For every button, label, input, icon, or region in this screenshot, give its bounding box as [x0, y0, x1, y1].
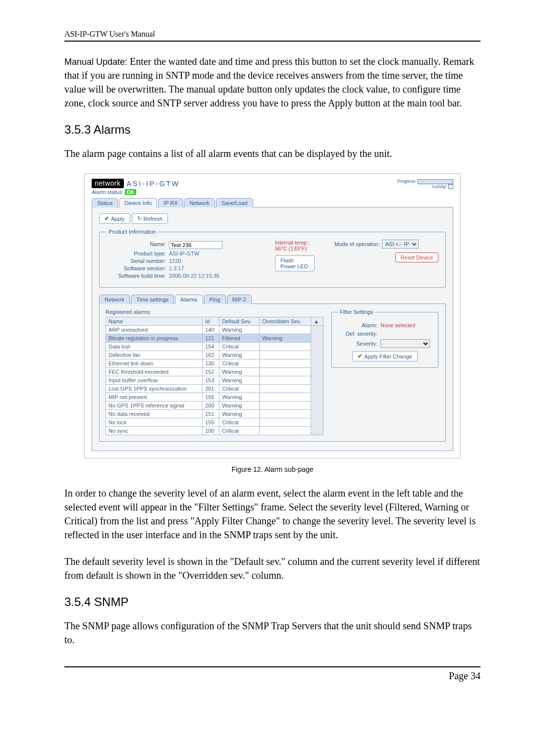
app-title: ASI-IP-GTW [127, 180, 180, 188]
apply-filter-change-button[interactable]: ✔ Apply Filter Change [352, 351, 418, 361]
table-row[interactable]: ARP unresolved140Warning [106, 326, 323, 334]
table-row[interactable]: Lost GPS 1PPS synchronization201Critical [106, 385, 323, 393]
alarms-intro: The alarm page contains a list of all al… [64, 147, 481, 160]
product-info-legend: Product Information [107, 229, 158, 235]
registered-alarms-label: Registered alarms: [106, 309, 323, 315]
filter-sev-select[interactable] [380, 339, 430, 348]
apply-button[interactable]: ✔ Apply [99, 213, 130, 224]
mode-select[interactable]: ASI <-- IP [382, 240, 419, 249]
apply-button-label: Apply [111, 216, 125, 222]
inner-tab-panel: Registered alarms: Name Id Default Sev. … [99, 303, 446, 442]
internal-temp: Internal temp.: 56°C (133°F) [275, 240, 315, 252]
filter-sev-label: Severity: [338, 341, 377, 347]
tab-status[interactable]: Status [92, 198, 118, 207]
inner-tab-rip-2[interactable]: RIP-2 [227, 295, 252, 304]
apply-filter-check-icon: ✔ [358, 353, 362, 359]
inner-tabstrip: Network Time settings Alarms Ping RIP-2 [99, 295, 446, 304]
refresh-icon: ↻ [137, 215, 142, 222]
logo: network [92, 179, 124, 188]
filter-settings-legend: Filter Settings [338, 309, 375, 315]
pinfo-serial-label: Serial number: [107, 258, 169, 264]
table-row[interactable]: MIP not present156Warning [106, 393, 323, 402]
product-info-fieldset: Product Information Name: Product type: … [99, 229, 446, 288]
table-row[interactable]: No lock155Critical [106, 418, 323, 427]
pinfo-name-input[interactable] [169, 241, 222, 249]
figure-caption: Figure 12. Alarm sub-page [64, 465, 481, 473]
alarms-table: Name Id Default Sev. Overridden Sev. ▲ A… [106, 317, 323, 435]
alarm-status: Alarm status: OK [92, 189, 180, 195]
mode-label: Mode of operation: [334, 241, 380, 247]
inner-tab-alarms[interactable]: Alarms [175, 295, 203, 304]
table-row[interactable]: No data received151Warning [106, 410, 323, 418]
outer-tabstrip: Status Device Info IP RX Network Save/Lo… [92, 198, 453, 207]
scroll-up-icon[interactable]: ▲ [311, 317, 323, 326]
th-id[interactable]: Id [203, 317, 219, 326]
inner-tab-ping[interactable]: Ping [204, 295, 226, 304]
inner-tab-time-settings[interactable]: Time settings [131, 295, 174, 304]
app-screenshot: network ASI-IP-GTW Alarm status: OK Prog… [84, 173, 461, 458]
alarm-status-value: OK [125, 189, 136, 195]
filter-alarm-label: Alarm: [338, 322, 377, 328]
pinfo-sw-value: 1.3.17 [169, 265, 184, 271]
manual-update-lead: Manual Update: [64, 57, 127, 67]
table-row[interactable]: FEC threshold exceeded152Warning [106, 368, 323, 376]
th-name[interactable]: Name [106, 317, 203, 326]
pinfo-name-label: Name: [107, 241, 169, 249]
inner-tab-network[interactable]: Network [99, 295, 130, 304]
th-overridden-sev[interactable]: Overridden Sev. [260, 317, 311, 326]
section-alarms-heading: 3.5.3 Alarms [64, 123, 481, 137]
filter-settings-fieldset: Filter Settings Alarm: None selected Def… [331, 309, 438, 368]
flash-power-led-button[interactable]: Flash Power LED [275, 255, 315, 271]
section-snmp-heading: 3.5.4 SNMP [64, 595, 481, 609]
progress-label: Progress: [397, 179, 417, 184]
table-row[interactable]: Data lost154Critical [106, 343, 323, 351]
progress-bar [418, 179, 453, 184]
scrollbar-track[interactable] [311, 326, 323, 435]
alarm-status-label: Alarm status: [92, 189, 123, 195]
th-default-sev[interactable]: Default Sev. [219, 317, 260, 326]
reset-device-button[interactable]: Reset Device [395, 252, 438, 262]
pinfo-build-label: Software build time: [107, 273, 169, 279]
activity-label: Activity: [431, 184, 447, 189]
snmp-intro: The SNMP page allows configuration of th… [64, 619, 481, 647]
apply-check-icon: ✔ [105, 215, 109, 222]
table-row[interactable]: Defective fan162Warning [106, 351, 323, 359]
pinfo-serial-value: 1220 [169, 258, 181, 264]
refresh-button-label: Refresh [144, 216, 163, 222]
table-row[interactable]: No GPS 1PPS reference signal200Warning [106, 402, 323, 410]
filter-def-sev-label: Def. severity: [338, 331, 377, 337]
table-row[interactable]: No sync100Critical [106, 427, 323, 435]
page-footer: Page 34 [64, 666, 481, 682]
pinfo-type-value: ASI-IP-GTW [169, 251, 199, 256]
tab-device-info[interactable]: Device Info [119, 198, 157, 207]
tab-network[interactable]: Network [184, 198, 215, 207]
tab-ip-rx[interactable]: IP RX [158, 198, 183, 207]
pinfo-type-label: Product type: [107, 251, 169, 256]
table-row[interactable]: Input buffer overflow153Warning [106, 376, 323, 385]
page-header: ASI-IP-GTW User's Manual [64, 30, 481, 42]
tab-save-load[interactable]: Save/Load [216, 198, 253, 207]
para-default-severity: The default severity level is shown in t… [64, 554, 481, 582]
apply-filter-label: Apply Filter Change [364, 353, 412, 359]
refresh-button[interactable]: ↻ Refresh [132, 213, 168, 224]
filter-alarm-value: None selected [380, 322, 415, 328]
outer-tab-panel: ✔ Apply ↻ Refresh Product Information Na… [92, 207, 453, 451]
pinfo-build-value: 2006-09-22 12:15:35 [169, 273, 219, 279]
pinfo-sw-label: Software version: [107, 265, 169, 271]
table-row[interactable]: Ethernet link down130Critical [106, 359, 323, 368]
activity-indicator [448, 184, 453, 189]
para-change-severity: In order to change the severity level of… [64, 486, 481, 542]
table-row[interactable]: Bitrate regulation in progress121Filtere… [106, 334, 323, 343]
manual-update-paragraph: Manual Update: Enter the wanted date and… [64, 54, 481, 110]
